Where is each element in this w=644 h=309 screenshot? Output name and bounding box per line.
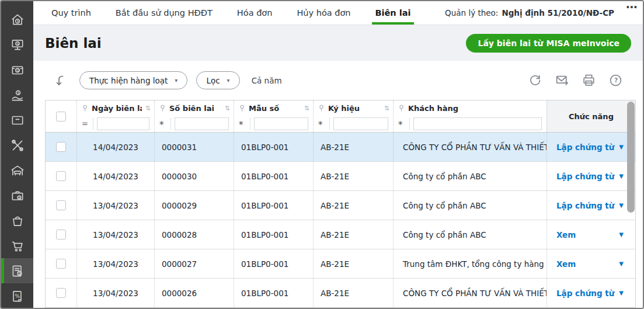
sort-toggle-icon[interactable]: ⇅: [145, 105, 151, 112]
vertical-scrollbar[interactable]: [627, 101, 635, 307]
row-checkbox[interactable]: [56, 171, 66, 181]
cell-customer: Công ty cổ phần ABC: [393, 191, 546, 220]
tab-1[interactable]: Bắt đầu sử dụng HĐĐT: [112, 1, 216, 25]
table-row[interactable]: 14/04/2023 0000030 01BLP0-001 AB-21E Côn…: [46, 162, 635, 191]
row-checkbox[interactable]: [56, 288, 66, 298]
table-row[interactable]: 13/04/2023 0000027 01BLP0-001 AB-21E Tru…: [46, 249, 635, 279]
send-mail-icon[interactable]: [555, 73, 569, 88]
chevron-down-icon[interactable]: ▼: [619, 231, 624, 238]
pin-icon[interactable]: [239, 105, 245, 112]
chevron-down-icon[interactable]: ▼: [619, 202, 624, 209]
row-checkbox[interactable]: [56, 142, 66, 152]
batch-actions-button[interactable]: Thực hiện hàng loạt ▾: [79, 71, 187, 89]
filter-operator[interactable]: =: [82, 118, 93, 130]
sidebar-item-bank[interactable]: $: [1, 32, 33, 57]
sidebar-item-loans[interactable]: $: [1, 82, 33, 107]
sort-toggle-icon[interactable]: ⇅: [304, 105, 309, 112]
filter-operator[interactable]: *: [318, 118, 330, 130]
help-icon[interactable]: ?: [608, 73, 623, 88]
get-receipts-button[interactable]: Lấy biên lai từ MISA meInvoice: [466, 34, 631, 53]
tab-2[interactable]: Hóa đơn: [234, 1, 276, 25]
refresh-icon[interactable]: [528, 73, 542, 88]
tab-3[interactable]: Hủy hóa đơn: [293, 1, 354, 25]
row-checkbox[interactable]: [56, 259, 66, 269]
column-header-number[interactable]: Số biên lai ⇅ *: [154, 100, 234, 132]
cell-receipt-date: 13/04/2023: [76, 191, 154, 220]
action-link[interactable]: Xem: [556, 230, 576, 239]
sidebar-item-tools[interactable]: [1, 133, 33, 158]
filter-input-symbol[interactable]: [333, 117, 388, 130]
sidebar-item-salary[interactable]: $: [1, 183, 33, 208]
table-row[interactable]: 13/04/2023 0000028 01BLP0-001 AB-21E Côn…: [46, 220, 635, 249]
cell-receipt-date: 13/04/2023: [76, 249, 154, 278]
managed-by-label: Quản lý theo:: [445, 8, 498, 18]
filter-input-number[interactable]: [175, 117, 229, 130]
cell-symbol: AB-21E: [313, 279, 393, 307]
cell-actions: Lập chứng từ ▼: [546, 279, 635, 307]
select-all-checkbox[interactable]: [56, 112, 66, 121]
row-checkbox[interactable]: [56, 200, 66, 210]
sidebar-item-receipts[interactable]: $: [1, 258, 33, 283]
tab-4[interactable]: Biên lai: [372, 1, 415, 25]
scrollbar-thumb[interactable]: [627, 102, 635, 213]
chevron-down-icon[interactable]: ▼: [619, 144, 624, 150]
pin-icon[interactable]: [159, 105, 166, 112]
column-header-symbol[interactable]: Ký hiệu ⇅ *: [313, 100, 393, 132]
managed-by-value: Nghị định 51/2010/NĐ-CP: [502, 8, 614, 18]
table-row[interactable]: 14/04/2023 0000031 01BLP0-001 AB-21E CÔN…: [46, 133, 635, 162]
table-row[interactable]: 13/04/2023 0000026 01BLP0-001 AB-21E CÔN…: [46, 279, 635, 308]
filter-operator[interactable]: *: [239, 118, 250, 130]
pin-icon[interactable]: [318, 105, 325, 112]
cell-receipt-date: 13/04/2023: [76, 279, 154, 307]
svg-text:?: ?: [614, 77, 618, 84]
pin-icon[interactable]: [398, 105, 405, 112]
cell-actions: Lập chứng từ ▼: [546, 191, 635, 220]
sidebar-item-purchase[interactable]: [1, 208, 33, 233]
column-header-customer[interactable]: Khách hàng *: [393, 100, 546, 132]
sort-icon[interactable]: [54, 74, 68, 88]
sidebar-item-assets[interactable]: [1, 158, 33, 183]
print-icon[interactable]: [582, 73, 596, 88]
cell-receipt-number: 0000027: [154, 249, 234, 278]
sidebar-item-home[interactable]: $: [1, 7, 33, 32]
row-checkbox-cell: [46, 191, 76, 220]
toolbar-right-icons: ?: [528, 73, 631, 88]
action-link[interactable]: Lập chứng từ: [556, 201, 614, 210]
action-link[interactable]: Xem: [556, 259, 576, 269]
sidebar-item-inventory[interactable]: [1, 107, 33, 133]
cell-template-code: 01BLP0-001: [234, 191, 313, 220]
column-header-date[interactable]: Ngày biên lai ⇅ =: [76, 100, 154, 132]
cell-customer: Công ty cổ phần ABC: [393, 220, 546, 249]
sort-toggle-icon[interactable]: ⇅: [225, 105, 230, 112]
filter-input-date[interactable]: [97, 117, 149, 130]
more-menu-icon[interactable]: ⋯: [626, 1, 638, 25]
cell-actions: Lập chứng từ ▼: [546, 133, 635, 161]
cell-symbol: AB-21E: [313, 191, 393, 220]
sidebar-item-sales[interactable]: [1, 233, 33, 258]
cell-customer: Trung tâm ĐHKT, tổng công ty hàng không: [393, 249, 546, 278]
filter-input-template[interactable]: [254, 117, 308, 130]
sidebar-item-tax[interactable]: %: [1, 283, 33, 308]
hand-coin-icon: $: [10, 88, 25, 103]
filter-button[interactable]: Lọc ▾: [196, 71, 239, 89]
table-header: Ngày biên lai ⇅ = Số biên lai ⇅: [46, 100, 635, 133]
sidebar-item-cash[interactable]: $: [1, 57, 33, 82]
managed-by[interactable]: Quản lý theo: Nghị định 51/2010/NĐ-CP: [445, 1, 621, 25]
cell-template-code: 01BLP0-001: [234, 279, 313, 307]
action-link[interactable]: Lập chứng từ: [556, 172, 614, 181]
filter-input-customer[interactable]: [413, 117, 542, 130]
chevron-down-icon[interactable]: ▼: [619, 290, 624, 296]
cell-actions: Xem ▼: [546, 220, 635, 249]
table-row[interactable]: 13/04/2023 0000029 01BLP0-001 AB-21E Côn…: [46, 191, 635, 220]
row-checkbox[interactable]: [56, 230, 66, 239]
action-link[interactable]: Lập chứng từ: [556, 143, 614, 152]
tab-0[interactable]: Quy trình: [48, 1, 95, 25]
filter-operator[interactable]: *: [398, 118, 410, 130]
chevron-down-icon[interactable]: ▼: [619, 173, 624, 179]
filter-operator[interactable]: *: [159, 118, 171, 130]
action-link[interactable]: Lập chứng từ: [556, 289, 614, 298]
chevron-down-icon[interactable]: ▼: [619, 261, 624, 267]
column-header-template[interactable]: Mẫu số ⇅ *: [234, 100, 313, 132]
pin-icon[interactable]: [82, 105, 88, 112]
sort-toggle-icon[interactable]: ⇅: [384, 105, 389, 112]
